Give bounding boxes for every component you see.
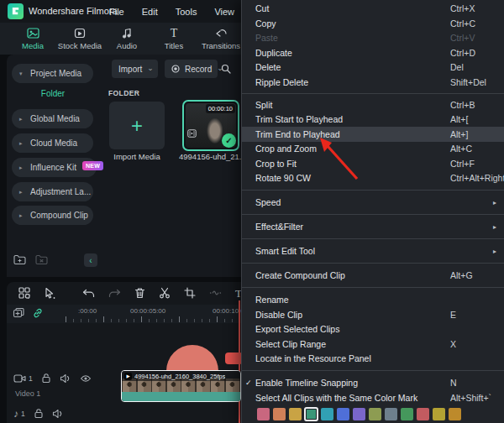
menu-item-split[interactable]: SplitCtrl+B <box>242 97 504 112</box>
menu-view[interactable]: View <box>214 7 234 17</box>
menu-item-trim-start-to-playhead[interactable]: Trim Start to PlayheadAlt+[ <box>242 112 504 128</box>
media-clip-name: 4994156-uhd_21... <box>179 152 244 161</box>
app-title: Wondershare Filmora <box>29 6 118 16</box>
delete-folder-icon[interactable] <box>35 254 48 265</box>
sidebar-item-global-media[interactable]: ▸ Global Media <box>12 109 93 128</box>
menu-item-smart-edit-tool[interactable]: Smart Edit Tool▸ <box>242 244 504 259</box>
lock-icon[interactable] <box>41 373 51 384</box>
split-scissors-icon[interactable] <box>159 287 171 300</box>
link-clips-icon[interactable] <box>32 307 44 319</box>
add-to-timeline-icon[interactable] <box>13 307 24 318</box>
menu-item-rename[interactable]: Rename <box>242 293 504 308</box>
timeline-toolbar: T, › <box>7 282 259 304</box>
timeline-video-clip[interactable]: ▶ 4994156-uhd_2160_3840_25fps <box>121 370 241 402</box>
collapse-sidebar-button[interactable]: ‹ <box>84 253 97 267</box>
menu-item-speed[interactable]: Speed▸ <box>242 196 504 211</box>
media-icon <box>27 27 39 39</box>
lock-icon[interactable] <box>34 408 44 419</box>
color-swatch[interactable] <box>353 408 365 420</box>
crop-icon[interactable] <box>184 287 196 300</box>
select-tool-icon[interactable] <box>44 287 55 300</box>
record-button[interactable]: Record ⌄ <box>165 60 218 78</box>
color-swatch[interactable] <box>289 408 302 420</box>
submenu-arrow-icon: ▸ <box>493 248 496 255</box>
menu-item-crop-to-fit[interactable]: Crop to FitCtrl+F <box>242 156 504 171</box>
color-swatch[interactable] <box>401 408 413 420</box>
color-swatch[interactable] <box>449 408 461 420</box>
menu-item-cut[interactable]: CutCtrl+X <box>242 2 504 17</box>
menu-item-disable-clip[interactable]: Disable ClipE <box>242 307 504 322</box>
tab-audio-label: Audio <box>117 41 137 50</box>
delete-icon[interactable] <box>134 287 145 300</box>
sidebar-cloud-media-label: Cloud Media <box>30 138 77 148</box>
menu-item-create-compound-clip[interactable]: Create Compound ClipAlt+G <box>242 269 504 284</box>
audio-track-icon: ♪ <box>13 409 18 419</box>
color-swatch[interactable] <box>385 408 397 420</box>
color-swatch[interactable] <box>273 408 286 420</box>
tab-stock-media[interactable]: Stock Media <box>60 27 99 50</box>
undo-icon[interactable] <box>82 287 95 300</box>
tab-media[interactable]: Media <box>13 27 52 50</box>
sidebar-item-cloud-media[interactable]: ▸ Cloud Media <box>12 133 93 153</box>
import-media-label: Import Media <box>109 152 165 161</box>
color-swatch[interactable] <box>257 408 270 420</box>
sidebar-item-adjustment-layer[interactable]: ▸ Adjustment La... <box>12 182 93 201</box>
menu-separator <box>242 263 504 264</box>
color-swatch[interactable] <box>417 408 429 420</box>
menu-item-effect-filter[interactable]: Effect&Filter▸ <box>242 220 504 235</box>
new-folder-icon[interactable] <box>13 254 26 265</box>
menu-item-select-clip-range[interactable]: Select Clip RangeX <box>242 337 504 352</box>
tab-transitions[interactable]: Transitions <box>202 27 240 50</box>
import-button-label: Import <box>118 65 142 74</box>
menu-item-paste: PasteCtrl+V <box>242 31 504 46</box>
search-icon[interactable] <box>221 64 231 74</box>
menu-item-select-all-same-color-mark[interactable]: Select All Clips with the Same Color Mar… <box>242 390 504 405</box>
ruler-label-5s: 00:00:05:00 <box>130 307 165 315</box>
mute-speaker-icon[interactable] <box>60 373 71 384</box>
menu-item-delete[interactable]: DeleteDel <box>242 60 504 76</box>
color-swatch[interactable] <box>433 408 445 420</box>
menu-item-rotate-90-cw[interactable]: Rotate 90 CWCtrl+Alt+Right <box>242 171 504 186</box>
sidebar-item-project-media[interactable]: ▾ Project Media <box>12 64 93 83</box>
audio-track-header: ♪ 1 <box>13 408 64 419</box>
redo-icon[interactable] <box>108 287 121 300</box>
color-swatch[interactable] <box>305 408 318 420</box>
sidebar-item-influence-kit[interactable]: ▸ Influence Kit NEW <box>12 158 97 177</box>
menu-item-trim-end-to-playhead[interactable]: Trim End to PlayheadAlt+] <box>242 127 504 142</box>
menu-item-copy[interactable]: CopyCtrl+C <box>242 16 504 31</box>
color-swatch[interactable] <box>321 408 333 420</box>
menu-item-duplicate[interactable]: DuplicateCtrl+D <box>242 45 504 60</box>
import-media-tile[interactable]: + <box>109 102 165 149</box>
menu-item-export-selected-clips[interactable]: Export Selected Clips <box>242 322 504 337</box>
media-clip-thumbnail[interactable]: 00:00:10 ✓ <box>182 100 239 151</box>
caret-right-icon: ▸ <box>19 140 25 147</box>
menu-separator <box>242 370 504 371</box>
sidebar-folder-link[interactable]: Folder <box>7 89 99 98</box>
sidebar-project-media-label: Project Media <box>30 69 81 78</box>
caret-right-icon: ▸ <box>19 212 25 219</box>
sidebar-global-media-label: Global Media <box>30 114 80 123</box>
titles-icon: T <box>171 27 178 39</box>
menu-item-crop-and-zoom[interactable]: Crop and ZoomAlt+C <box>242 142 504 157</box>
mute-speaker-icon[interactable] <box>52 409 64 419</box>
menu-item-enable-timeline-snapping[interactable]: ✓Enable Timeline SnappingN <box>242 376 504 391</box>
menu-tools[interactable]: Tools <box>176 7 197 17</box>
hide-track-eye-icon[interactable] <box>80 374 92 383</box>
playhead-grip[interactable] <box>225 352 243 364</box>
color-mark-swatches <box>242 405 504 421</box>
tab-audio[interactable]: Audio <box>108 27 146 50</box>
menu-file[interactable]: File <box>109 7 124 17</box>
audio-sync-icon[interactable] <box>209 287 222 300</box>
menu-item-ripple-delete[interactable]: Ripple DeleteShift+Del <box>242 75 504 90</box>
menu-edit[interactable]: Edit <box>142 7 158 17</box>
tab-titles[interactable]: T Titles <box>155 27 193 50</box>
selected-check-icon: ✓ <box>222 133 236 148</box>
sidebar-item-compound-clip[interactable]: ▸ Compound Clip <box>12 206 93 225</box>
color-swatch[interactable] <box>337 408 349 420</box>
tab-transitions-label: Transitions <box>202 41 240 50</box>
color-swatch[interactable] <box>369 408 381 420</box>
import-button[interactable]: Import ⌄ <box>112 60 158 78</box>
menu-item-locate-in-resource-panel[interactable]: Locate in the Resource Panel <box>242 352 504 367</box>
track-manager-icon[interactable] <box>18 287 30 300</box>
caret-down-icon: ▾ <box>19 70 25 77</box>
